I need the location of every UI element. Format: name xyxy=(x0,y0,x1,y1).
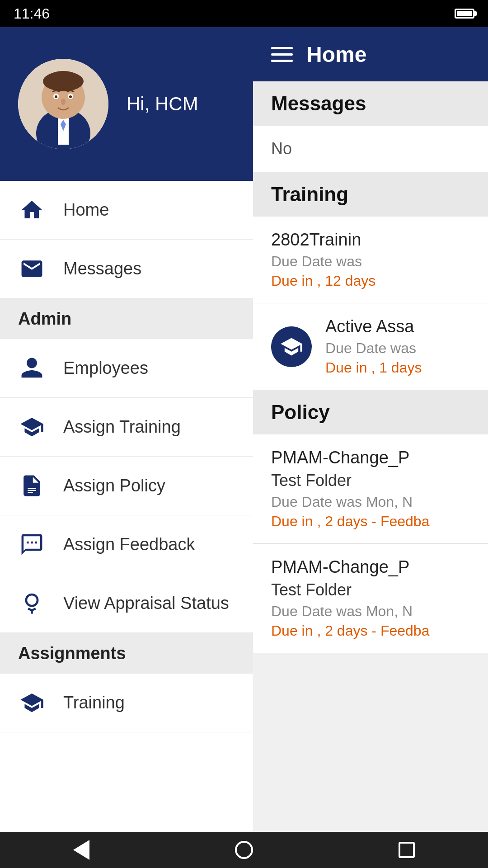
sidebar-item-assign-feedback-label: Assign Feedback xyxy=(63,535,195,554)
policy-card-2-folder: Test Folder xyxy=(271,580,470,599)
training-card-2-status: Due in , 1 days xyxy=(325,359,470,376)
bottom-nav xyxy=(0,832,488,868)
person-icon xyxy=(18,355,45,382)
avatar xyxy=(18,59,108,149)
policy-card-2-status: Due in , 2 days - Feedba xyxy=(271,623,470,639)
back-triangle-icon xyxy=(73,840,89,860)
sidebar-item-training[interactable]: Training xyxy=(0,674,253,732)
policy-section-header: Policy xyxy=(253,390,488,434)
nav-home-button[interactable] xyxy=(230,836,258,863)
sidebar-item-assign-policy[interactable]: Assign Policy xyxy=(0,457,253,515)
nav-back-button[interactable] xyxy=(68,836,95,863)
policy-card-1[interactable]: PMAM-Change_P Test Folder Due Date was M… xyxy=(253,434,488,544)
messages-section-header: Messages xyxy=(253,81,488,126)
sidebar-item-messages[interactable]: Messages xyxy=(0,240,253,298)
graduation-card-icon xyxy=(280,335,303,359)
sidebar-profile: Hi, HCM xyxy=(0,27,253,181)
training-card-2-text: Active Assa Due Date was Due in , 1 days xyxy=(325,317,470,376)
recents-square-icon xyxy=(399,842,415,858)
app-container: Hi, HCM Home Messages xyxy=(0,27,488,832)
training-card-1-status: Due in , 12 days xyxy=(271,273,470,289)
training-card-2-content: Active Assa Due Date was Due in , 1 days xyxy=(271,317,470,376)
sidebar-item-assign-training-label: Assign Training xyxy=(63,417,181,437)
training-card-2-icon xyxy=(271,326,312,367)
avatar-image xyxy=(18,59,108,149)
svg-point-9 xyxy=(55,95,57,98)
medal-icon xyxy=(18,590,45,617)
training-card-2-due: Due Date was xyxy=(325,340,470,357)
sidebar-item-employees[interactable]: Employees xyxy=(0,339,253,398)
graduation-cap-2-icon xyxy=(18,689,45,717)
training-card-1-title: 2802Trainin xyxy=(271,230,470,250)
sidebar: Hi, HCM Home Messages xyxy=(0,27,253,832)
hamburger-button[interactable] xyxy=(271,47,293,62)
training-card-2[interactable]: Active Assa Due Date was Due in , 1 days xyxy=(253,303,488,390)
svg-rect-12 xyxy=(28,485,36,486)
app-bar: Home xyxy=(253,27,488,81)
sidebar-item-home-label: Home xyxy=(63,200,109,220)
sidebar-item-assign-feedback[interactable]: Assign Feedback xyxy=(0,515,253,574)
policy-card-1-status: Due in , 2 days - Feedba xyxy=(271,513,470,530)
training-card-2-title: Active Assa xyxy=(325,317,470,336)
battery-icon xyxy=(455,9,474,19)
document-icon xyxy=(18,472,45,500)
admin-section-header: Admin xyxy=(0,298,253,339)
sidebar-item-employees-label: Employees xyxy=(63,359,148,378)
feedback-icon xyxy=(18,531,45,558)
right-panel: Home Messages No Training 2802Trainin Du… xyxy=(253,27,488,832)
sidebar-item-training-label: Training xyxy=(63,693,125,712)
main-content: Messages No Training 2802Trainin Due Dat… xyxy=(253,81,488,832)
graduation-cap-icon xyxy=(18,414,45,441)
policy-card-1-due: Due Date was Mon, N xyxy=(271,494,470,510)
training-section-header: Training xyxy=(253,172,488,217)
no-messages: No xyxy=(253,126,488,172)
policy-card-2[interactable]: PMAM-Change_P Test Folder Due Date was M… xyxy=(253,544,488,653)
sidebar-nav: Home Messages Admin xyxy=(0,181,253,832)
hamburger-line-3 xyxy=(271,60,293,62)
sidebar-item-view-appraisal[interactable]: View Appraisal Status xyxy=(0,574,253,633)
training-card-1[interactable]: 2802Trainin Due Date was Due in , 12 day… xyxy=(253,217,488,303)
policy-card-2-due: Due Date was Mon, N xyxy=(271,603,470,620)
policy-card-2-title: PMAM-Change_P xyxy=(271,557,470,577)
sidebar-item-view-appraisal-label: View Appraisal Status xyxy=(63,594,229,613)
envelope-icon xyxy=(18,255,45,283)
assignments-section-header: Assignments xyxy=(0,633,253,674)
svg-point-10 xyxy=(69,95,72,98)
sidebar-item-assign-policy-label: Assign Policy xyxy=(63,476,165,495)
policy-card-1-folder: Test Folder xyxy=(271,471,470,490)
home-circle-icon xyxy=(235,841,253,859)
hamburger-line-2 xyxy=(271,53,293,56)
sidebar-item-home[interactable]: Home xyxy=(0,181,253,240)
hamburger-line-1 xyxy=(271,47,293,49)
sidebar-item-assign-training[interactable]: Assign Training xyxy=(0,398,253,457)
nav-recents-button[interactable] xyxy=(393,836,420,863)
app-bar-title: Home xyxy=(306,42,366,67)
profile-greeting: Hi, HCM xyxy=(127,93,198,115)
svg-point-11 xyxy=(61,99,66,105)
status-time: 11:46 xyxy=(14,5,50,22)
status-bar: 11:46 xyxy=(0,0,488,27)
sidebar-item-messages-label: Messages xyxy=(63,259,141,278)
svg-point-6 xyxy=(47,71,79,85)
training-card-1-due: Due Date was xyxy=(271,253,470,270)
policy-card-1-title: PMAM-Change_P xyxy=(271,448,470,467)
home-icon xyxy=(18,197,45,224)
